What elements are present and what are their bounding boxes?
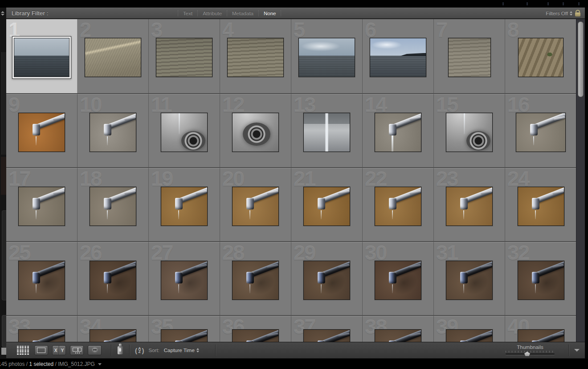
grid-cell-32[interactable]: 32	[505, 242, 576, 315]
photo-thumbnail[interactable]	[448, 38, 491, 77]
grid-cell-25[interactable]: 25	[6, 242, 78, 315]
grid-cell-3[interactable]: 3	[149, 19, 220, 93]
photo-thumbnail[interactable]	[90, 261, 136, 300]
grid-cell-34[interactable]: 34	[78, 316, 149, 342]
scrollbar-thumb[interactable]	[578, 21, 584, 97]
photo-thumbnail[interactable]	[85, 38, 141, 77]
thumbnail-size-slider[interactable]	[506, 351, 555, 356]
grid-cell-39[interactable]: 39	[434, 316, 505, 342]
photo-thumbnail[interactable]	[518, 329, 564, 342]
photo-thumbnail[interactable]	[90, 187, 136, 226]
grid-cell-36[interactable]: 36	[220, 316, 291, 342]
grid-cell-9[interactable]: 9	[6, 94, 78, 167]
photo-thumbnail[interactable]	[90, 329, 136, 342]
photo-thumbnail[interactable]	[516, 113, 566, 152]
grid-cell-15[interactable]: 15	[434, 94, 505, 167]
photo-thumbnail[interactable]	[303, 329, 350, 342]
photo-thumbnail[interactable]	[14, 38, 69, 77]
photo-thumbnail[interactable]	[232, 329, 279, 342]
grid-cell-18[interactable]: 18	[78, 168, 149, 241]
current-filename[interactable]: IMG_5012.JPG	[58, 361, 95, 367]
photo-thumbnail[interactable]	[375, 187, 421, 226]
grid-cell-35[interactable]: 35	[149, 316, 220, 342]
compare-view-icon[interactable]: X Y	[52, 345, 66, 355]
grid-cell-22[interactable]: 22	[363, 168, 434, 241]
grid-cell-31[interactable]: 31	[434, 242, 505, 315]
grid-cell-11[interactable]: 11	[149, 94, 220, 167]
updown-arrows-icon[interactable]	[196, 348, 199, 353]
grid-cell-13[interactable]: 13	[291, 94, 363, 167]
photo-thumbnail[interactable]	[446, 329, 493, 342]
loupe-view-icon[interactable]	[34, 345, 48, 355]
photo-thumbnail[interactable]	[227, 38, 284, 77]
people-view-icon[interactable]	[88, 345, 102, 355]
panel-scroll-icon[interactable]	[1, 11, 4, 16]
grid-cell-20[interactable]: 20	[220, 168, 291, 241]
photo-thumbnail[interactable]	[370, 38, 426, 77]
photo-thumbnail[interactable]	[298, 38, 355, 77]
photo-thumbnail[interactable]	[161, 261, 208, 300]
filter-tab-metadata[interactable]: Metadata	[232, 11, 253, 16]
photo-thumbnail[interactable]	[232, 187, 279, 226]
photo-thumbnail[interactable]	[375, 113, 421, 152]
grid-cell-17[interactable]: 17	[6, 168, 78, 241]
photo-thumbnail[interactable]	[18, 113, 65, 152]
grid-cell-29[interactable]: 29	[291, 242, 363, 315]
grid-cell-28[interactable]: 28	[220, 242, 291, 315]
grid-cell-40[interactable]: 40	[505, 316, 576, 342]
grid-cell-23[interactable]: 23	[434, 168, 505, 241]
photo-thumbnail[interactable]	[161, 113, 208, 152]
photo-thumbnail[interactable]	[18, 261, 65, 300]
photo-thumbnail[interactable]	[446, 187, 493, 226]
photo-thumbnail[interactable]	[232, 113, 279, 152]
photo-thumbnail[interactable]	[375, 261, 421, 300]
photo-thumbnail[interactable]	[90, 113, 136, 152]
photo-thumbnail[interactable]	[303, 261, 350, 300]
photo-thumbnail[interactable]	[518, 38, 564, 77]
survey-view-icon[interactable]	[70, 345, 84, 355]
photo-thumbnail[interactable]	[232, 261, 279, 300]
filters-preset-control[interactable]: Filters Off	[546, 10, 585, 16]
vertical-scrollbar[interactable]	[576, 19, 585, 342]
caret-down-icon[interactable]	[98, 363, 102, 365]
photo-thumbnail[interactable]	[303, 113, 350, 152]
grid-cell-2[interactable]: 2	[78, 19, 149, 93]
photo-thumbnail[interactable]	[161, 329, 208, 342]
photo-thumbnail[interactable]	[156, 38, 212, 77]
filter-tab-attribute[interactable]: Attribute	[203, 11, 222, 16]
photo-thumbnail[interactable]	[303, 187, 350, 226]
grid-cell-5[interactable]: 5	[291, 19, 363, 93]
grid-cell-24[interactable]: 24	[505, 168, 576, 241]
grid-cell-21[interactable]: 21	[291, 168, 363, 241]
filters-off-label[interactable]: Filters Off	[546, 11, 568, 16]
slider-track[interactable]	[506, 353, 555, 355]
grid-cell-8[interactable]: 8	[505, 19, 576, 93]
grid-cell-12[interactable]: 12	[220, 94, 291, 167]
grid-view-icon[interactable]	[17, 346, 29, 355]
grid-cell-4[interactable]: 4	[220, 19, 291, 93]
grid-cell-6[interactable]: 6	[363, 19, 434, 93]
photo-thumbnail[interactable]	[518, 187, 564, 226]
lock-icon[interactable]	[575, 12, 580, 16]
grid-cell-26[interactable]: 26	[78, 242, 149, 315]
grid-cell-33[interactable]: 33	[6, 316, 78, 342]
photo-thumbnail[interactable]	[18, 329, 65, 342]
sort-value-dropdown[interactable]: Capture Time	[164, 348, 195, 353]
grid-cell-27[interactable]: 27	[149, 242, 220, 315]
grid-cell-16[interactable]: 16	[505, 94, 576, 167]
grid-cell-1[interactable]: 1	[6, 19, 78, 93]
filter-tab-none[interactable]: None	[264, 11, 276, 16]
grid-cell-38[interactable]: 38	[363, 316, 434, 342]
filter-tab-text[interactable]: Text	[183, 11, 192, 16]
photo-thumbnail[interactable]	[446, 113, 493, 152]
chevron-down-icon[interactable]	[574, 349, 580, 352]
photo-thumbnail[interactable]	[518, 261, 564, 300]
photo-thumbnail[interactable]	[375, 329, 421, 342]
photo-thumbnail[interactable]	[161, 187, 208, 226]
painter-spray-can-icon[interactable]	[118, 346, 123, 354]
sort-direction-icon[interactable]: ( A Z )	[135, 347, 144, 354]
grid-cell-7[interactable]: 7	[434, 19, 505, 93]
grid-cell-14[interactable]: 14	[363, 94, 434, 167]
grid-cell-37[interactable]: 37	[291, 316, 363, 342]
photo-thumbnail[interactable]	[18, 187, 65, 226]
